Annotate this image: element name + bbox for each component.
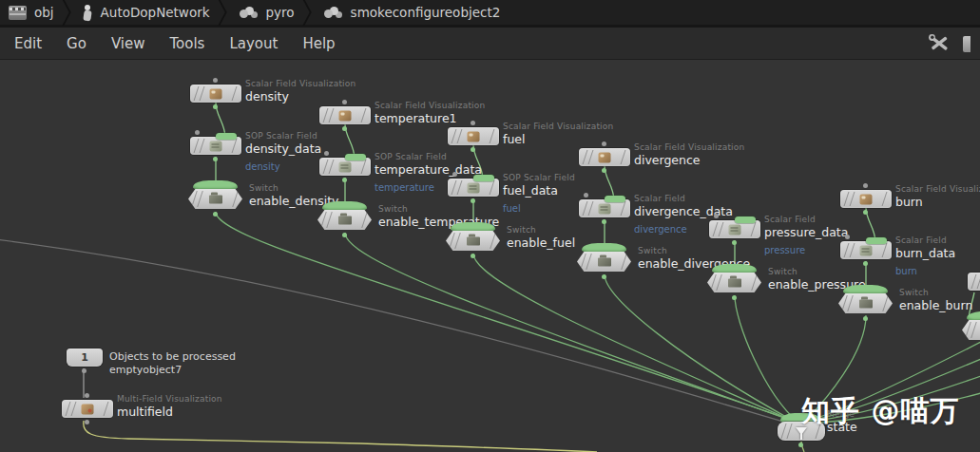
wire (735, 295, 797, 422)
node-enable_divergence[interactable]: Switchenable_divergence (577, 252, 631, 272)
output-connector[interactable] (471, 147, 475, 152)
input-connector[interactable] (324, 151, 329, 156)
menu-item-view[interactable]: View (99, 35, 158, 52)
node-multifield[interactable]: Multi-Field Visualizationmultifield (62, 400, 113, 418)
connected-input-connector[interactable] (473, 175, 494, 181)
node-divergence[interactable]: Scalar Field Visualizationdivergence (579, 148, 630, 166)
menu-item-layout[interactable]: Layout (217, 35, 290, 52)
output-connector[interactable] (471, 198, 475, 203)
node-body[interactable] (577, 252, 631, 272)
node-body[interactable] (317, 210, 372, 230)
input-fan-connector[interactable] (322, 201, 367, 211)
input-fan-connector[interactable] (582, 243, 626, 253)
input-fan-connector[interactable] (193, 180, 238, 190)
node-density[interactable]: Scalar Field Visualizationdensity (190, 85, 241, 103)
switch-node-icon (338, 216, 352, 224)
connected-input-connector[interactable] (605, 196, 625, 202)
output-connector[interactable] (342, 233, 347, 237)
output-connector[interactable] (85, 420, 89, 424)
menu-item-tools[interactable]: Tools (157, 35, 217, 52)
output-connector[interactable] (863, 261, 868, 266)
node-body[interactable] (319, 106, 371, 124)
connected-input-connector[interactable] (216, 133, 237, 140)
node-body[interactable] (62, 400, 113, 418)
output-connector[interactable] (213, 104, 218, 109)
node-body[interactable] (188, 189, 242, 209)
node-enable_density[interactable]: Switchenable_density (188, 189, 242, 209)
input-connector[interactable] (85, 393, 89, 398)
input-connector[interactable] (602, 141, 606, 146)
smoke-cloud-icon (238, 6, 259, 19)
node-burn[interactable]: Scalar Field Visualizationburn (840, 190, 892, 208)
output-connector[interactable] (863, 316, 868, 321)
output-connector[interactable] (213, 157, 218, 161)
output-connector[interactable] (732, 295, 737, 300)
input-connector[interactable] (471, 121, 475, 125)
node-burn_data[interactable]: Scalar Fieldburn_databurn (840, 241, 892, 259)
output-connector[interactable] (342, 126, 347, 131)
node-temperature_data[interactable]: SOP Scalar Fieldtemperature_datatemperat… (319, 158, 371, 176)
network-graph-canvas[interactable]: Scalar Field VisualizationdensitySOP Sca… (0, 0, 980, 452)
output-connector[interactable] (602, 274, 606, 279)
node-body[interactable] (707, 273, 761, 292)
node-body[interactable] (190, 85, 241, 103)
connected-input-connector[interactable] (866, 237, 887, 244)
menu-item-go[interactable]: Go (54, 35, 99, 52)
partial-icon[interactable] (963, 36, 970, 52)
connected-input-connector[interactable] (735, 217, 756, 223)
node-enable_temperature[interactable]: Switchenable_temperature (317, 210, 372, 230)
input-connector[interactable] (342, 100, 347, 104)
menu-item-help[interactable]: Help (290, 35, 347, 52)
node-body[interactable]: 1 (67, 348, 103, 367)
node-temperature1[interactable]: Scalar Field Visualizationtemperature1 (319, 106, 371, 124)
input-connector[interactable] (584, 193, 588, 198)
node-density_data[interactable]: SOP Scalar Fielddensity_datadensity (190, 137, 241, 155)
input-fan-connector[interactable] (712, 264, 757, 273)
node-body[interactable] (446, 231, 500, 251)
output-connector[interactable] (82, 368, 86, 373)
connected-input-connector[interactable] (345, 154, 366, 160)
node-enable_burn[interactable]: Switchenable_burn (838, 293, 893, 313)
output-connector[interactable] (213, 212, 218, 217)
breadcrumb-item-pyro[interactable]: pyro (229, 0, 303, 25)
output-connector[interactable] (798, 443, 803, 447)
output-connector[interactable] (471, 254, 475, 258)
input-connector[interactable] (714, 214, 719, 218)
output-connector[interactable] (602, 168, 606, 173)
node-type-label: Switch (378, 205, 499, 215)
node-pressure_data[interactable]: Scalar Fieldpressure_datapressure (709, 220, 760, 238)
node-body[interactable] (968, 273, 980, 291)
node-body[interactable] (840, 190, 892, 208)
breadcrumb-item-obj[interactable]: obj (0, 0, 63, 25)
flag-slash (586, 254, 592, 270)
node-enable_pressure[interactable]: Switchenable_pressure (707, 273, 761, 292)
node-body[interactable] (838, 293, 893, 313)
node-body[interactable] (962, 320, 980, 340)
flag-slash (361, 212, 368, 228)
input-connector[interactable] (195, 130, 200, 135)
output-connector[interactable] (342, 178, 347, 182)
node-enable_fuel[interactable]: Switchenable_fuel (446, 231, 500, 251)
output-connector[interactable] (602, 219, 606, 224)
input-connector[interactable] (863, 183, 868, 188)
node-body[interactable] (448, 127, 499, 145)
node-divergence_data[interactable]: Scalar Fielddivergence_datadivergence (579, 199, 630, 217)
tools-wrench-icon[interactable] (927, 31, 951, 56)
output-connector[interactable] (732, 240, 737, 245)
output-connector[interactable] (863, 210, 868, 215)
input-connector[interactable] (452, 172, 457, 177)
node-partial_node_b[interactable] (962, 320, 980, 340)
breadcrumb-item-AutoDopNetwork[interactable]: AutoDopNetwork (73, 0, 219, 25)
node-partial_node_a[interactable] (968, 273, 980, 291)
node-fuel_data[interactable]: SOP Scalar Fieldfuel_datafuel (448, 179, 499, 197)
input-connector[interactable] (845, 235, 850, 239)
input-fan-connector[interactable] (451, 222, 495, 232)
menu-item-edit[interactable]: Edit (2, 35, 54, 52)
node-emptyobject7[interactable]: 1Objects to be processedemptyobject7 (67, 348, 103, 367)
input-connector[interactable] (213, 78, 218, 83)
input-fan-connector[interactable] (843, 285, 888, 294)
node-context-label: density (245, 161, 321, 172)
node-fuel[interactable]: Scalar Field Visualizationfuel (448, 127, 499, 145)
node-body[interactable] (579, 148, 630, 166)
breadcrumb-item-smokeconfigureobject2[interactable]: smokeconfigureobject2 (314, 0, 509, 25)
